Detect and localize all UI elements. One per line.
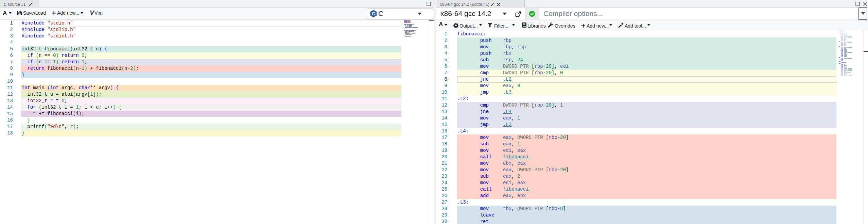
svg-text:C: C: [372, 11, 375, 16]
